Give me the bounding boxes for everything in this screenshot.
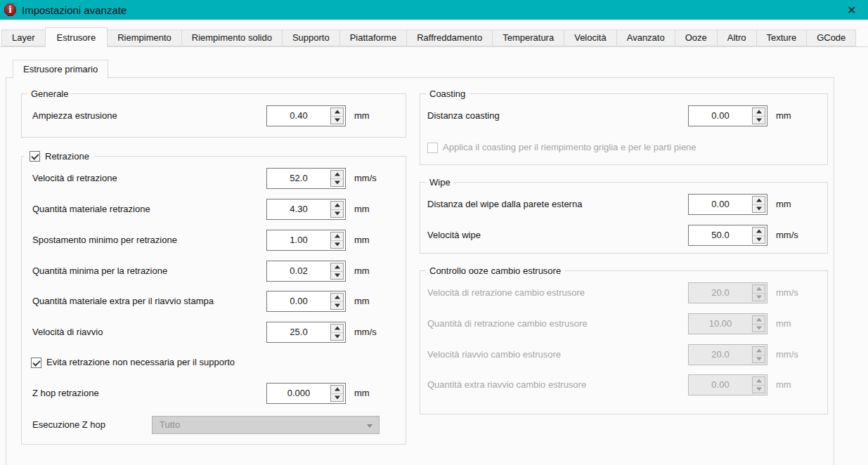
tab-velocita[interactable]: Velocità bbox=[564, 30, 617, 46]
spin-down-icon[interactable] bbox=[753, 117, 765, 124]
wipe-speed-label: Velocità wipe bbox=[427, 230, 481, 241]
restart-speed-unit: mm/s bbox=[354, 327, 377, 338]
tab-gcode[interactable]: GCode bbox=[806, 30, 856, 46]
tab-raffreddamento[interactable]: Raffreddamento bbox=[406, 30, 493, 46]
min-travel-label: Spostamento minimo per retrazione bbox=[32, 235, 177, 246]
retraction-enable-checkbox[interactable] bbox=[30, 151, 40, 162]
retraction-speed-input[interactable]: 52.0 bbox=[266, 168, 346, 189]
tab-estrusore-primario[interactable]: Estrusore primario bbox=[13, 60, 108, 79]
wipe-distance-unit: mm bbox=[776, 199, 791, 210]
toolchange-restart-speed-input: 20.0 bbox=[688, 344, 767, 365]
spin-down-icon[interactable] bbox=[331, 210, 343, 218]
avoid-retraction-checkbox[interactable] bbox=[31, 358, 41, 368]
extra-restart-value[interactable]: 0.00 bbox=[267, 292, 330, 311]
min-travel-unit: mm bbox=[354, 235, 370, 246]
info-app-icon: i bbox=[4, 4, 16, 16]
avoid-retraction-row: Evita retrazione non necessaria per il s… bbox=[31, 357, 235, 368]
spin-down-icon[interactable] bbox=[331, 333, 343, 341]
min-travel-value[interactable]: 1.00 bbox=[267, 230, 330, 250]
close-button[interactable]: ✕ bbox=[841, 0, 862, 20]
spin-up-icon[interactable] bbox=[753, 228, 765, 236]
retraction-distance-value[interactable]: 4.30 bbox=[267, 199, 330, 219]
retraction-distance-label: Quantità materiale retrazione bbox=[32, 204, 150, 215]
group-retrazione-title: Retrazione bbox=[45, 151, 89, 162]
zhop-value[interactable]: 0.000 bbox=[267, 384, 330, 403]
wipe-distance-value[interactable]: 0.00 bbox=[689, 195, 752, 214]
spinner-buttons bbox=[752, 227, 765, 244]
coasting-distance-value[interactable]: 0.00 bbox=[689, 106, 752, 126]
spinner-buttons bbox=[752, 376, 765, 393]
wipe-distance-input[interactable]: 0.00 bbox=[688, 194, 767, 215]
tab-layer[interactable]: Layer bbox=[1, 30, 46, 46]
spin-down-icon[interactable] bbox=[331, 179, 343, 187]
wipe-distance-label: Distanza del wipe dalla parete esterna bbox=[427, 199, 582, 210]
spin-down-icon[interactable] bbox=[331, 394, 343, 402]
zhop-mode-label: Esecuzione Z hop bbox=[32, 419, 105, 431]
spin-up-icon[interactable] bbox=[331, 171, 343, 179]
retraction-distance-unit: mm bbox=[354, 204, 370, 215]
restart-speed-input[interactable]: 25.0 bbox=[266, 322, 346, 343]
toolchange-retraction-distance-unit: mm bbox=[776, 318, 791, 329]
spin-up-icon[interactable] bbox=[331, 294, 343, 302]
toolchange-retraction-speed-value: 20.0 bbox=[689, 283, 752, 303]
retraction-distance-input[interactable]: 4.30 bbox=[266, 199, 346, 220]
zhop-input[interactable]: 0.000 bbox=[266, 383, 346, 404]
restart-speed-value[interactable]: 25.0 bbox=[267, 322, 330, 342]
tab-piattaforme[interactable]: Piattaforme bbox=[339, 30, 407, 46]
min-travel-input[interactable]: 1.00 bbox=[266, 230, 346, 251]
tab-ooze[interactable]: Ooze bbox=[675, 30, 718, 46]
extrusion-width-input[interactable]: 0.40 bbox=[266, 105, 346, 126]
coasting-distance-unit: mm bbox=[776, 110, 791, 122]
group-ooze-control-title: Controllo ooze cambio estrusore bbox=[426, 265, 564, 277]
group-ooze-control: Controllo ooze cambio estrusore Velocità… bbox=[420, 270, 828, 414]
spin-down-icon bbox=[753, 325, 765, 332]
min-retraction-input[interactable]: 0.02 bbox=[266, 261, 346, 282]
spin-up-icon[interactable] bbox=[331, 108, 343, 117]
toolchange-retraction-speed-unit: mm/s bbox=[776, 287, 798, 299]
spinner-buttons bbox=[752, 346, 765, 363]
tab-altro[interactable]: Altro bbox=[717, 30, 757, 46]
spin-up-icon[interactable] bbox=[331, 202, 343, 210]
extra-restart-input[interactable]: 0.00 bbox=[266, 291, 346, 312]
spin-up-icon[interactable] bbox=[331, 325, 343, 333]
titlebar: i Impostazioni avanzate ✕ bbox=[0, 0, 868, 20]
spin-down-icon[interactable] bbox=[331, 241, 343, 249]
spin-down-icon bbox=[753, 386, 765, 393]
tab-riempimento[interactable]: Riempimento bbox=[107, 30, 182, 46]
spin-down-icon[interactable] bbox=[331, 302, 343, 310]
spin-down-icon[interactable] bbox=[753, 236, 765, 244]
spin-down-icon[interactable] bbox=[331, 272, 343, 280]
spin-up-icon bbox=[753, 377, 765, 386]
coasting-distance-input[interactable]: 0.00 bbox=[688, 105, 767, 126]
tab-temperatura[interactable]: Temperatura bbox=[492, 30, 564, 46]
toolchange-extra-restart-label: Quantità extra riavvio cambio estrusore bbox=[427, 379, 586, 391]
retraction-speed-value[interactable]: 52.0 bbox=[267, 169, 330, 188]
avoid-retraction-label: Evita retrazione non necessaria per il s… bbox=[46, 357, 235, 368]
wipe-speed-value[interactable]: 50.0 bbox=[689, 225, 752, 245]
toolchange-restart-speed-label: Velocità riavvio cambio estrusore bbox=[427, 349, 561, 360]
chevron-down-icon bbox=[367, 424, 373, 428]
tab-estrusore[interactable]: Estrusore bbox=[45, 27, 108, 47]
spin-up-icon[interactable] bbox=[753, 197, 765, 205]
extrusion-width-label: Ampiezza estrusione bbox=[32, 110, 117, 122]
spin-up-icon[interactable] bbox=[331, 232, 343, 241]
tab-texture[interactable]: Texture bbox=[756, 30, 808, 46]
zhop-label: Z hop retrazione bbox=[32, 388, 99, 399]
spin-up-icon[interactable] bbox=[331, 263, 343, 272]
toolchange-restart-speed-unit: mm/s bbox=[776, 349, 798, 360]
spin-down-icon[interactable] bbox=[753, 205, 765, 213]
spin-up-icon[interactable] bbox=[753, 108, 765, 117]
spin-down-icon[interactable] bbox=[331, 117, 343, 124]
min-retraction-value[interactable]: 0.02 bbox=[267, 261, 330, 281]
spinner-buttons bbox=[330, 263, 344, 280]
spin-up-icon[interactable] bbox=[331, 386, 343, 394]
min-retraction-unit: mm bbox=[354, 266, 370, 277]
tab-avanzato[interactable]: Avanzato bbox=[616, 30, 675, 46]
tab-supporto[interactable]: Supporto bbox=[282, 30, 340, 46]
extrusion-width-value[interactable]: 0.40 bbox=[267, 106, 330, 126]
coasting-apply-row: Applica il coasting per il riempimento g… bbox=[427, 142, 697, 153]
wipe-speed-input[interactable]: 50.0 bbox=[688, 225, 767, 246]
tab-riempimento-solido[interactable]: Riempimento solido bbox=[181, 30, 283, 46]
spinner-buttons bbox=[330, 107, 344, 124]
toolchange-extra-restart-input: 0.00 bbox=[688, 374, 767, 395]
